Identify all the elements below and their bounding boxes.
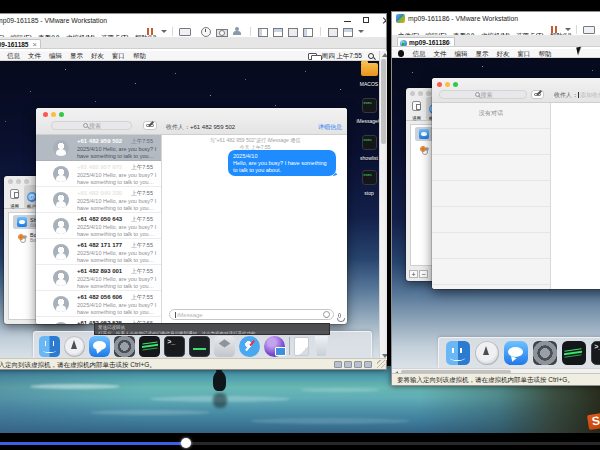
zoom-light-icon[interactable] (24, 179, 29, 184)
activity-icon[interactable] (562, 341, 586, 365)
vmware-menu-item[interactable]: 查看(V) (450, 29, 478, 36)
video-progress-knob[interactable] (181, 438, 191, 448)
vmware-menu-item[interactable]: 文件(F) (395, 29, 422, 36)
snapshot-clock-icon[interactable] (199, 26, 212, 37)
apple-menu-icon[interactable] (398, 50, 404, 57)
launchpad-icon[interactable] (475, 341, 499, 365)
remove-account-button[interactable]: − (419, 270, 428, 278)
console-view-icon[interactable] (271, 26, 284, 37)
macos-menu-item[interactable]: 窗口 (513, 49, 534, 58)
close-light-icon[interactable] (410, 91, 415, 96)
launchpad-icon[interactable] (64, 336, 85, 357)
send-ctrl-alt-del-icon[interactable] (582, 24, 595, 35)
search-input[interactable]: 搜索 (439, 90, 527, 99)
vmware-menu-item[interactable]: 编辑(E) (7, 31, 35, 38)
tab-close-icon[interactable]: × (33, 40, 37, 49)
vmware-menu-item[interactable]: 选项卡(T) (513, 29, 547, 36)
macos-menu-item[interactable]: 编辑 (450, 49, 471, 58)
manage-users-icon[interactable] (231, 26, 244, 37)
compose-button[interactable] (531, 90, 544, 100)
pause-vm-icon[interactable] (144, 26, 157, 37)
right-titlebar[interactable]: mp09-161186 - VMware Workstation (392, 12, 600, 24)
macos-menu-item[interactable]: 信息 (408, 49, 429, 58)
macos-menu-item[interactable]: 显示 (471, 49, 492, 58)
take-snapshot-icon[interactable] (215, 26, 228, 37)
fullscreen-icon[interactable] (286, 26, 299, 37)
conversation-row[interactable]: +61 482 893 001 上午7:55 2025/4/10 Hello, … (36, 265, 161, 291)
close-light-icon[interactable] (43, 112, 48, 117)
menubar-clock[interactable]: 周四 上午7:55 (322, 52, 362, 61)
zoom-light-icon[interactable] (453, 82, 458, 87)
doc-icon[interactable] (294, 337, 309, 356)
close-light-icon[interactable] (8, 179, 13, 184)
prefs-icon[interactable] (533, 341, 557, 365)
message-input[interactable]: iMessage (169, 309, 334, 320)
tab-close-icon[interactable]: × (447, 38, 451, 47)
zoom-light-icon[interactable] (59, 112, 64, 117)
minimize-light-icon[interactable] (51, 112, 56, 117)
unity-view-icon[interactable] (301, 26, 314, 37)
terminal-icon[interactable] (164, 336, 185, 357)
trash-icon[interactable] (313, 336, 330, 356)
compose-button[interactable] (143, 121, 157, 131)
conversation-row[interactable]: +61 482 056 606 上午7:55 2025/4/10 Hello, … (36, 291, 161, 317)
add-account-button[interactable]: + (409, 270, 418, 278)
to-field[interactable]: 收件人：添加收件人 (554, 91, 600, 100)
macos-menu-item[interactable]: 信息 (3, 51, 24, 60)
send-ctrl-alt-del-icon[interactable] (178, 26, 191, 37)
power-dropdown-icon[interactable] (562, 24, 570, 35)
scrollbar-thumb[interactable] (381, 59, 386, 144)
finder-icon[interactable] (446, 341, 470, 365)
safari-icon[interactable] (239, 336, 260, 357)
vmware-menu-item[interactable]: 选项卡(T) (98, 31, 132, 38)
free-stretch-icon[interactable] (326, 26, 339, 37)
vm-tab-left[interactable]: mp09-161185 × (0, 39, 41, 49)
power-dropdown-icon[interactable] (158, 26, 166, 37)
maximize-button[interactable] (357, 14, 376, 26)
dark-icon[interactable] (189, 336, 210, 357)
zoom-light-icon[interactable] (426, 91, 431, 96)
minimize-light-icon[interactable] (445, 82, 450, 87)
conversation-row[interactable]: +61 482 957 975 上午7:55 2025/4/10 Hello, … (36, 161, 161, 187)
cdrom-status-icon[interactable] (344, 361, 352, 368)
close-light-icon[interactable] (437, 82, 442, 87)
vmware-menu-item[interactable]: 查看(V) (35, 31, 63, 38)
vmware-menu-item[interactable]: 虚拟机(M) (63, 31, 98, 38)
network-status-icon[interactable] (354, 361, 362, 368)
vm-vertical-scrollbar[interactable] (379, 51, 387, 360)
messages-icon[interactable] (89, 336, 110, 357)
search-input[interactable]: 搜索 (51, 121, 132, 130)
conversation-row[interactable]: +61 482 050 643 上午7:55 2025/4/10 Hello, … (36, 213, 161, 239)
conversation-row[interactable]: +61 482 171 177 上午7:55 2025/4/10 Hello, … (36, 239, 161, 265)
finder-icon[interactable] (39, 336, 60, 357)
resize-grip[interactable] (377, 360, 385, 368)
emoji-picker-icon[interactable] (323, 311, 330, 318)
hdd-status-icon[interactable] (334, 361, 342, 368)
installer-icon[interactable] (214, 336, 235, 357)
prefs-tab-general[interactable]: 通用 (409, 97, 424, 121)
show-library-icon[interactable] (256, 26, 269, 37)
close-button[interactable] (376, 14, 386, 26)
macos-menu-item[interactable]: 好友 (87, 51, 108, 60)
minimize-button[interactable] (338, 14, 357, 26)
scroll-up-arrow-icon[interactable] (382, 53, 387, 57)
usb-status-icon[interactable] (364, 361, 372, 368)
macos-menu-item[interactable]: 帮助 (129, 51, 150, 60)
macos-menu-item[interactable]: 帮助 (534, 49, 555, 58)
details-link[interactable]: 详细信息 (318, 123, 342, 132)
macos-menu-item[interactable]: 编辑 (45, 51, 66, 60)
prefs-tab-general[interactable]: 通用 (7, 185, 22, 209)
messages-icon[interactable] (504, 341, 528, 365)
minimize-light-icon[interactable] (16, 179, 21, 184)
microphone-icon[interactable] (338, 313, 342, 318)
prefs-icon[interactable] (114, 336, 135, 357)
terminal-icon[interactable] (591, 341, 600, 365)
minimize-light-icon[interactable] (418, 91, 423, 96)
activity-icon[interactable] (139, 336, 160, 357)
to-field[interactable]: 收件人：+61 482 959 502 (166, 123, 235, 132)
input-menu-icon[interactable] (308, 53, 317, 60)
purple-icon[interactable] (264, 336, 285, 357)
macos-menu-item[interactable]: 文件 (24, 51, 45, 60)
spotlight-icon[interactable] (367, 52, 375, 60)
macos-menu-item[interactable]: 显示 (66, 51, 87, 60)
